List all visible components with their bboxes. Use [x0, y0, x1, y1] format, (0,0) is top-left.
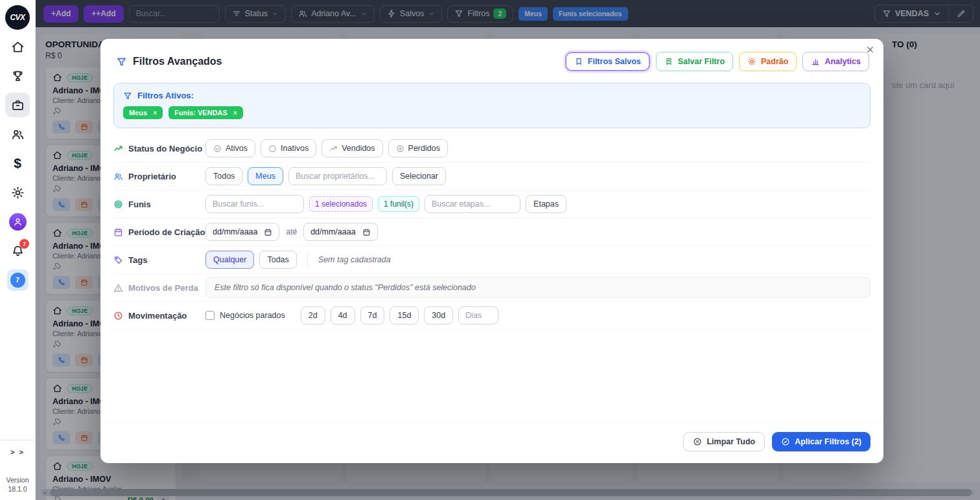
- filter-chip-meus[interactable]: Meus ×: [123, 106, 163, 119]
- calendar-icon: [113, 227, 123, 237]
- funnels-search-input[interactable]: [205, 195, 304, 213]
- sidebar-item-settings[interactable]: [5, 180, 30, 205]
- period-start-input[interactable]: dd/mm/aaaa: [205, 223, 279, 241]
- tags-all-button[interactable]: Todas: [259, 251, 296, 269]
- owner-label-text: Proprietário: [128, 172, 176, 181]
- help-widget: 7: [7, 269, 29, 291]
- trophy-icon: [11, 69, 25, 83]
- close-modal-button[interactable]: [865, 45, 875, 57]
- warning-triangle-icon: [113, 283, 123, 293]
- analytics-label: Analytics: [824, 57, 861, 66]
- clock-icon: [113, 311, 123, 321]
- custom-days-input[interactable]: [458, 306, 498, 324]
- gear-icon: [11, 186, 25, 199]
- tags-any-button[interactable]: Qualquer: [205, 251, 254, 269]
- save-filter-label: Salvar Filtro: [678, 57, 725, 66]
- save-filter-button[interactable]: Salvar Filtro: [656, 52, 733, 71]
- default-filter-label: Padrão: [761, 57, 788, 66]
- filter-row-funnels: Funis 1 selecionados 1 funil(s) Etapas: [113, 190, 870, 218]
- period-end-value: dd/mm/aaaa: [310, 227, 355, 236]
- owner-todos-button[interactable]: Todos: [205, 167, 242, 185]
- sidebar-item-notifications[interactable]: 7: [5, 238, 30, 263]
- divider: [307, 252, 308, 267]
- modal-title-text: Filtros Avançados: [133, 56, 222, 67]
- loss-row-label: Motivos de Perda: [113, 283, 205, 293]
- chip-label: Funis: VENDAS: [174, 109, 228, 117]
- app-root: CVX $ 7 7 > > Version 18.1.0 +Add ++: [0, 0, 980, 500]
- remove-chip-icon[interactable]: ×: [153, 109, 157, 117]
- remove-chip-icon[interactable]: ×: [233, 109, 237, 117]
- active-filters-chips: Meus × Funis: VENDAS ×: [123, 106, 861, 119]
- preset-4d-button[interactable]: 4d: [331, 306, 355, 324]
- tags-empty-text: Sem tag cadastrada: [318, 255, 391, 264]
- owner-search-input[interactable]: [288, 167, 387, 185]
- sidebar-item-deals[interactable]: [5, 93, 30, 117]
- period-end-input[interactable]: dd/mm/aaaa: [303, 223, 377, 241]
- stages-button[interactable]: Etapas: [526, 195, 566, 213]
- logo-text: CVX: [10, 13, 25, 22]
- funnels-selected-badge: 1 selecionados: [309, 196, 373, 212]
- filter-row-movement: Movimentação Negócios parados 2d 4d 7d 1…: [113, 302, 870, 330]
- preset-30d-button[interactable]: 30d: [424, 306, 453, 324]
- status-perdidos-button[interactable]: Perdidos: [388, 139, 448, 157]
- version-label: Version 18.1.0: [0, 475, 35, 494]
- sidebar-footer: > > Version 18.1.0: [0, 440, 35, 500]
- perdidos-label: Perdidos: [408, 144, 440, 153]
- status-vendidos-button[interactable]: Vendidos: [321, 139, 382, 157]
- ativos-label: Ativos: [226, 144, 248, 153]
- funnels-count-badge: 1 funil(s): [378, 196, 419, 212]
- target-icon: [113, 199, 123, 209]
- close-icon: [865, 45, 875, 54]
- sidebar-item-goals[interactable]: [5, 63, 30, 88]
- dollar-icon: $: [14, 155, 21, 171]
- funnel-icon: [123, 91, 132, 100]
- status-row-label: Status do Negócio: [113, 144, 205, 153]
- tag-icon: [113, 255, 123, 265]
- preset-7d-button[interactable]: 7d: [360, 306, 385, 324]
- gear-icon: [747, 57, 756, 66]
- status-inativos-button[interactable]: Inativos: [261, 139, 316, 157]
- saved-filters-button[interactable]: Filtros Salvos: [565, 52, 650, 71]
- version-number: 18.1.0: [0, 484, 35, 494]
- trending-up-icon: [113, 144, 123, 153]
- loss-label-text: Motivos de Perda: [128, 283, 198, 293]
- default-filter-button[interactable]: Padrão: [739, 52, 797, 71]
- period-options: dd/mm/aaaa até dd/mm/aaaa: [205, 223, 870, 241]
- owner-meus-button[interactable]: Meus: [248, 167, 283, 185]
- app-logo[interactable]: CVX: [5, 5, 30, 30]
- funnels-options: 1 selecionados 1 funil(s) Etapas: [205, 195, 870, 213]
- sidebar-item-help[interactable]: 7: [5, 267, 30, 292]
- clear-all-button[interactable]: Limpar Tudo: [683, 432, 765, 451]
- modal-header-actions: Filtros Salvos Salvar Filtro Padrão Anal…: [565, 52, 869, 71]
- saved-filters-label: Filtros Salvos: [588, 57, 641, 66]
- apply-filters-button[interactable]: Aplicar Filtros (2): [772, 432, 870, 451]
- chip-label: Meus: [129, 109, 147, 117]
- filter-row-period: Período de Criação dd/mm/aaaa até dd/mm/…: [113, 218, 870, 246]
- bar-chart-icon: [811, 57, 820, 66]
- preset-15d-button[interactable]: 15d: [390, 306, 419, 324]
- status-ativos-button[interactable]: Ativos: [205, 139, 255, 157]
- filter-row-loss-reasons: Motivos de Perda Este filtro só fica dis…: [113, 274, 870, 302]
- stages-search-input[interactable]: [425, 195, 520, 213]
- tags-row-label: Tags: [113, 255, 205, 265]
- owner-options: Todos Meus Selecionar: [205, 167, 870, 185]
- stalled-deals-checkbox[interactable]: [205, 311, 215, 320]
- status-options: Ativos Inativos Vendidos Perdidos: [205, 139, 870, 157]
- clear-all-label: Limpar Tudo: [706, 437, 755, 446]
- sidebar-item-finance[interactable]: $: [5, 151, 30, 176]
- stalled-deals-label[interactable]: Negócios parados: [220, 311, 285, 320]
- sidebar-item-home[interactable]: [5, 34, 30, 59]
- filter-chip-funis-vendas[interactable]: Funis: VENDAS ×: [169, 106, 243, 119]
- sidebar-item-profile[interactable]: [5, 209, 30, 234]
- filter-row-owner: Proprietário Todos Meus Selecionar: [113, 163, 870, 190]
- expand-sidebar-button[interactable]: > >: [0, 448, 35, 456]
- funnels-label-text: Funis: [128, 199, 151, 209]
- home-icon: [11, 40, 25, 54]
- preset-2d-button[interactable]: 2d: [301, 306, 325, 324]
- movement-options: Negócios parados 2d 4d 7d 15d 30d: [205, 306, 870, 324]
- x-circle-icon: [693, 437, 702, 446]
- period-start-value: dd/mm/aaaa: [213, 227, 257, 236]
- owner-select-button[interactable]: Selecionar: [392, 167, 446, 185]
- analytics-button[interactable]: Analytics: [802, 52, 869, 71]
- sidebar-item-contacts[interactable]: [5, 122, 30, 146]
